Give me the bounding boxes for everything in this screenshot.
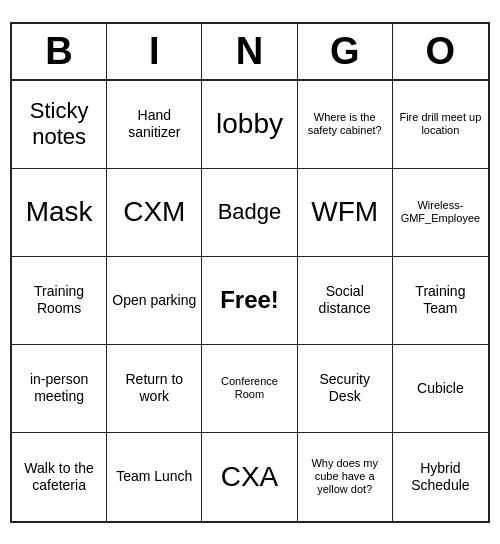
- header-letter: B: [12, 24, 107, 79]
- bingo-cell: lobby: [202, 81, 297, 169]
- bingo-cell: Cubicle: [393, 345, 488, 433]
- bingo-cell: Return to work: [107, 345, 202, 433]
- bingo-cell: Hybrid Schedule: [393, 433, 488, 521]
- bingo-cell: Sticky notes: [12, 81, 107, 169]
- bingo-cell: Where is the safety cabinet?: [298, 81, 393, 169]
- bingo-cell: Fire drill meet up location: [393, 81, 488, 169]
- bingo-cell: Free!: [202, 257, 297, 345]
- bingo-grid: Sticky notesHand sanitizerlobbyWhere is …: [12, 81, 488, 521]
- bingo-cell: Badge: [202, 169, 297, 257]
- bingo-cell: Training Rooms: [12, 257, 107, 345]
- bingo-card: BINGO Sticky notesHand sanitizerlobbyWhe…: [10, 22, 490, 523]
- bingo-cell: Open parking: [107, 257, 202, 345]
- bingo-cell: Team Lunch: [107, 433, 202, 521]
- bingo-cell: Social distance: [298, 257, 393, 345]
- bingo-cell: CXM: [107, 169, 202, 257]
- bingo-cell: Training Team: [393, 257, 488, 345]
- bingo-cell: Walk to the cafeteria: [12, 433, 107, 521]
- header-letter: N: [202, 24, 297, 79]
- bingo-cell: Why does my cube have a yellow dot?: [298, 433, 393, 521]
- header-letter: G: [298, 24, 393, 79]
- bingo-cell: Conference Room: [202, 345, 297, 433]
- header-letter: I: [107, 24, 202, 79]
- header-letter: O: [393, 24, 488, 79]
- bingo-cell: Security Desk: [298, 345, 393, 433]
- bingo-cell: WFM: [298, 169, 393, 257]
- bingo-cell: Wireless-GMF_Employee: [393, 169, 488, 257]
- bingo-cell: Hand sanitizer: [107, 81, 202, 169]
- bingo-cell: CXA: [202, 433, 297, 521]
- bingo-cell: Mask: [12, 169, 107, 257]
- bingo-header: BINGO: [12, 24, 488, 81]
- bingo-cell: in-person meeting: [12, 345, 107, 433]
